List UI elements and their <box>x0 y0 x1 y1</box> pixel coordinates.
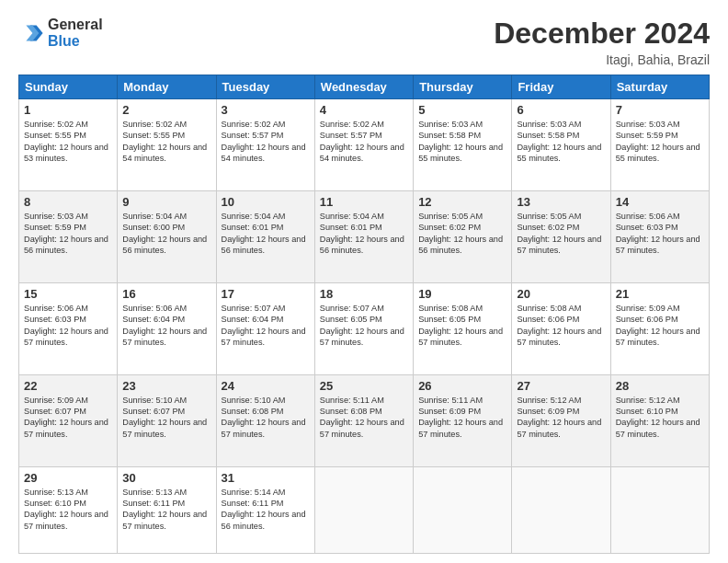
table-cell: 3 Sunrise: 5:02 AM Sunset: 5:57 PM Dayli… <box>216 99 314 191</box>
table-cell: 10 Sunrise: 5:04 AM Sunset: 6:01 PM Dayl… <box>216 190 314 282</box>
day-info: Sunrise: 5:07 AM Sunset: 6:05 PM Dayligh… <box>320 303 408 349</box>
day-number: 11 <box>320 195 408 209</box>
title-area: December 2024 Itagi, Bahia, Brazil <box>494 17 710 67</box>
header-saturday: Saturday <box>610 75 709 99</box>
table-cell: 2 Sunrise: 5:02 AM Sunset: 5:55 PM Dayli… <box>118 99 216 191</box>
day-number: 1 <box>24 103 112 117</box>
table-cell: 5 Sunrise: 5:03 AM Sunset: 5:58 PM Dayli… <box>414 99 512 191</box>
day-number: 20 <box>517 287 605 301</box>
table-cell: 22 Sunrise: 5:09 AM Sunset: 6:07 PM Dayl… <box>19 374 118 466</box>
table-cell: 19 Sunrise: 5:08 AM Sunset: 6:05 PM Dayl… <box>414 282 512 374</box>
day-info: Sunrise: 5:06 AM Sunset: 6:04 PM Dayligh… <box>122 303 210 349</box>
table-cell: 14 Sunrise: 5:06 AM Sunset: 6:03 PM Dayl… <box>610 190 709 282</box>
table-cell: 16 Sunrise: 5:06 AM Sunset: 6:04 PM Dayl… <box>118 282 216 374</box>
day-number: 18 <box>320 287 408 301</box>
table-cell: 8 Sunrise: 5:03 AM Sunset: 5:59 PM Dayli… <box>19 190 118 282</box>
table-cell <box>610 466 709 554</box>
day-info: Sunrise: 5:08 AM Sunset: 6:05 PM Dayligh… <box>418 303 506 349</box>
table-cell: 30 Sunrise: 5:13 AM Sunset: 6:11 PM Dayl… <box>118 466 216 554</box>
table-cell <box>512 466 610 554</box>
logo-blue: Blue <box>48 33 103 50</box>
table-cell: 9 Sunrise: 5:04 AM Sunset: 6:00 PM Dayli… <box>118 190 216 282</box>
day-info: Sunrise: 5:02 AM Sunset: 5:57 PM Dayligh… <box>320 119 408 165</box>
table-cell: 11 Sunrise: 5:04 AM Sunset: 6:01 PM Dayl… <box>314 190 413 282</box>
day-number: 17 <box>222 287 310 301</box>
day-number: 22 <box>24 379 112 393</box>
table-cell: 24 Sunrise: 5:10 AM Sunset: 6:08 PM Dayl… <box>216 374 314 466</box>
table-cell: 13 Sunrise: 5:05 AM Sunset: 6:02 PM Dayl… <box>512 190 610 282</box>
day-info: Sunrise: 5:03 AM Sunset: 5:58 PM Dayligh… <box>418 119 506 165</box>
logo-icon <box>18 20 44 46</box>
table-cell: 4 Sunrise: 5:02 AM Sunset: 5:57 PM Dayli… <box>314 99 413 191</box>
table-cell: 15 Sunrise: 5:06 AM Sunset: 6:03 PM Dayl… <box>19 282 118 374</box>
day-info: Sunrise: 5:02 AM Sunset: 5:57 PM Dayligh… <box>222 119 310 165</box>
day-number: 2 <box>122 103 210 117</box>
day-number: 31 <box>222 471 310 485</box>
header: General Blue December 2024 Itagi, Bahia,… <box>18 17 710 67</box>
day-number: 25 <box>320 379 408 393</box>
day-info: Sunrise: 5:04 AM Sunset: 6:01 PM Dayligh… <box>222 211 310 257</box>
day-info: Sunrise: 5:02 AM Sunset: 5:55 PM Dayligh… <box>24 119 112 165</box>
calendar-table: Sunday Monday Tuesday Wednesday Thursday… <box>18 75 710 554</box>
day-info: Sunrise: 5:13 AM Sunset: 6:11 PM Dayligh… <box>122 487 210 533</box>
header-friday: Friday <box>512 75 610 99</box>
table-cell: 26 Sunrise: 5:11 AM Sunset: 6:09 PM Dayl… <box>414 374 512 466</box>
header-sunday: Sunday <box>19 75 118 99</box>
day-number: 10 <box>222 195 310 209</box>
header-thursday: Thursday <box>414 75 512 99</box>
day-number: 24 <box>222 379 310 393</box>
table-cell: 12 Sunrise: 5:05 AM Sunset: 6:02 PM Dayl… <box>414 190 512 282</box>
day-info: Sunrise: 5:03 AM Sunset: 5:59 PM Dayligh… <box>24 211 112 257</box>
table-cell: 1 Sunrise: 5:02 AM Sunset: 5:55 PM Dayli… <box>19 99 118 191</box>
day-number: 29 <box>24 471 112 485</box>
table-cell: 21 Sunrise: 5:09 AM Sunset: 6:06 PM Dayl… <box>610 282 709 374</box>
table-cell: 28 Sunrise: 5:12 AM Sunset: 6:10 PM Dayl… <box>610 374 709 466</box>
table-cell: 27 Sunrise: 5:12 AM Sunset: 6:09 PM Dayl… <box>512 374 610 466</box>
day-number: 30 <box>122 471 210 485</box>
day-info: Sunrise: 5:03 AM Sunset: 5:58 PM Dayligh… <box>517 119 605 165</box>
header-wednesday: Wednesday <box>314 75 413 99</box>
day-number: 8 <box>24 195 112 209</box>
day-info: Sunrise: 5:10 AM Sunset: 6:08 PM Dayligh… <box>222 395 310 441</box>
table-cell: 29 Sunrise: 5:13 AM Sunset: 6:10 PM Dayl… <box>19 466 118 554</box>
day-number: 14 <box>616 195 704 209</box>
day-info: Sunrise: 5:14 AM Sunset: 6:11 PM Dayligh… <box>222 487 310 533</box>
table-cell: 31 Sunrise: 5:14 AM Sunset: 6:11 PM Dayl… <box>216 466 314 554</box>
logo-text: General Blue <box>48 17 103 49</box>
day-number: 13 <box>517 195 605 209</box>
day-info: Sunrise: 5:05 AM Sunset: 6:02 PM Dayligh… <box>517 211 605 257</box>
day-info: Sunrise: 5:12 AM Sunset: 6:09 PM Dayligh… <box>517 395 605 441</box>
table-cell <box>414 466 512 554</box>
day-number: 19 <box>418 287 506 301</box>
logo: General Blue <box>18 17 103 49</box>
day-info: Sunrise: 5:04 AM Sunset: 6:00 PM Dayligh… <box>122 211 210 257</box>
day-info: Sunrise: 5:08 AM Sunset: 6:06 PM Dayligh… <box>517 303 605 349</box>
table-cell: 23 Sunrise: 5:10 AM Sunset: 6:07 PM Dayl… <box>118 374 216 466</box>
day-info: Sunrise: 5:11 AM Sunset: 6:08 PM Dayligh… <box>320 395 408 441</box>
logo-general: General <box>48 17 103 33</box>
day-info: Sunrise: 5:11 AM Sunset: 6:09 PM Dayligh… <box>418 395 506 441</box>
day-info: Sunrise: 5:03 AM Sunset: 5:59 PM Dayligh… <box>616 119 704 165</box>
day-info: Sunrise: 5:09 AM Sunset: 6:07 PM Dayligh… <box>24 395 112 441</box>
day-number: 4 <box>320 103 408 117</box>
day-info: Sunrise: 5:05 AM Sunset: 6:02 PM Dayligh… <box>418 211 506 257</box>
location: Itagi, Bahia, Brazil <box>494 52 710 67</box>
day-info: Sunrise: 5:09 AM Sunset: 6:06 PM Dayligh… <box>616 303 704 349</box>
day-number: 28 <box>616 379 704 393</box>
table-cell: 25 Sunrise: 5:11 AM Sunset: 6:08 PM Dayl… <box>314 374 413 466</box>
day-number: 9 <box>122 195 210 209</box>
day-number: 5 <box>418 103 506 117</box>
table-cell: 7 Sunrise: 5:03 AM Sunset: 5:59 PM Dayli… <box>610 99 709 191</box>
header-tuesday: Tuesday <box>216 75 314 99</box>
day-number: 7 <box>616 103 704 117</box>
day-number: 27 <box>517 379 605 393</box>
day-info: Sunrise: 5:10 AM Sunset: 6:07 PM Dayligh… <box>122 395 210 441</box>
header-monday: Monday <box>118 75 216 99</box>
day-info: Sunrise: 5:07 AM Sunset: 6:04 PM Dayligh… <box>222 303 310 349</box>
month-title: December 2024 <box>494 17 710 51</box>
day-info: Sunrise: 5:12 AM Sunset: 6:10 PM Dayligh… <box>616 395 704 441</box>
weekday-header-row: Sunday Monday Tuesday Wednesday Thursday… <box>19 75 710 99</box>
table-cell: 17 Sunrise: 5:07 AM Sunset: 6:04 PM Dayl… <box>216 282 314 374</box>
table-cell <box>314 466 413 554</box>
table-cell: 18 Sunrise: 5:07 AM Sunset: 6:05 PM Dayl… <box>314 282 413 374</box>
